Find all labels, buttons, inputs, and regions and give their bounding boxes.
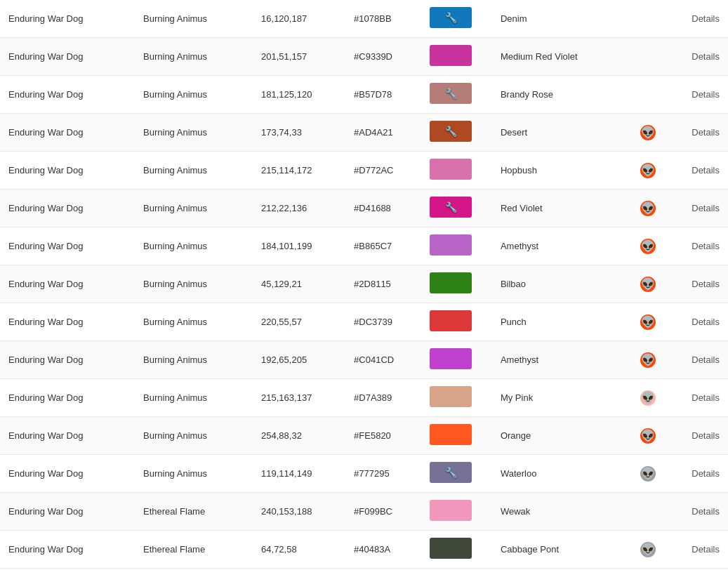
reddit-icon-cell: 👽: [627, 417, 669, 455]
skin-name: Burning Animus: [135, 114, 253, 152]
details-link[interactable]: Details: [691, 317, 720, 327]
wrench-icon: 🔧: [445, 88, 457, 99]
hex-value: #F099BC: [345, 493, 421, 531]
table-row: Enduring War DogBurning Animus16,120,187…: [0, 0, 728, 38]
details-cell: Details: [669, 38, 728, 76]
color-swatch-cell: [421, 152, 492, 190]
reddit-icon[interactable]: 👽: [640, 542, 656, 557]
details-link[interactable]: Details: [691, 241, 720, 251]
details-link[interactable]: Details: [691, 544, 720, 555]
color-name: Amethyst: [492, 341, 627, 379]
color-name: Wewak: [492, 493, 627, 531]
game-name: Enduring War Dog: [0, 227, 135, 265]
table-row: Enduring War DogBurning Animus220,55,57#…: [0, 303, 728, 341]
skin-name: Burning Animus: [135, 190, 253, 227]
wrench-icon: 🔧: [445, 126, 457, 137]
skin-name: Burning Animus: [135, 455, 253, 493]
table-row: Enduring War DogBurning Animus119,114,14…: [0, 455, 728, 493]
skin-name: Burning Animus: [135, 227, 253, 265]
game-name: Enduring War Dog: [0, 38, 135, 76]
reddit-icon[interactable]: 👽: [640, 125, 656, 140]
hex-value: #AD4A21: [345, 114, 421, 152]
skin-name: Burning Animus: [135, 341, 253, 379]
color-swatch-cell: 🔧: [421, 76, 492, 114]
reddit-icon[interactable]: 👽: [640, 466, 656, 482]
details-cell: Details: [669, 265, 728, 303]
hex-value: #FE5820: [345, 417, 421, 455]
reddit-icon[interactable]: 👽: [640, 390, 656, 406]
details-cell: Details: [669, 341, 728, 379]
reddit-icon-cell: [627, 38, 669, 76]
color-name: Red Violet: [492, 190, 627, 227]
table-row: Enduring War DogBurning Animus192,65,205…: [0, 341, 728, 379]
reddit-icon[interactable]: 👽: [640, 163, 656, 178]
hex-value: #40483A: [345, 531, 421, 569]
table-row: Enduring War DogBurning Animus173,74,33#…: [0, 114, 728, 152]
color-swatch: [430, 386, 472, 407]
details-link[interactable]: Details: [691, 127, 720, 138]
color-swatch-cell: [421, 379, 492, 417]
details-link[interactable]: Details: [691, 468, 720, 479]
details-cell: Details: [669, 303, 728, 341]
details-cell: Details: [669, 190, 728, 227]
color-swatch: [430, 538, 472, 559]
wrench-icon: 🔧: [445, 12, 457, 23]
color-swatch: [430, 424, 472, 445]
details-cell: Details: [669, 152, 728, 190]
skin-name: Burning Animus: [135, 417, 253, 455]
details-link[interactable]: Details: [691, 354, 720, 365]
reddit-icon-cell: 👽: [627, 531, 669, 569]
reddit-icon-cell: 👽: [627, 341, 669, 379]
color-swatch-cell: [421, 531, 492, 569]
game-name: Enduring War Dog: [0, 190, 135, 227]
color-name: Desert: [492, 114, 627, 152]
color-swatch: 🔧: [430, 121, 472, 142]
hex-value: #D7A389: [345, 379, 421, 417]
hex-value: #1078BB: [345, 0, 421, 38]
skin-name: Burning Animus: [135, 38, 253, 76]
details-link[interactable]: Details: [691, 89, 720, 100]
reddit-icon[interactable]: 👽: [640, 201, 656, 216]
hex-value: #C041CD: [345, 341, 421, 379]
skin-name: Ethereal Flame: [135, 531, 253, 569]
details-cell: Details: [669, 76, 728, 114]
reddit-icon[interactable]: 👽: [640, 428, 656, 444]
color-swatch-cell: [421, 303, 492, 341]
details-link[interactable]: Details: [691, 279, 720, 289]
rgb-value: 184,101,199: [253, 227, 345, 265]
color-swatch-cell: [421, 493, 492, 531]
table-row: Enduring War DogBurning Animus215,114,17…: [0, 152, 728, 190]
reddit-icon[interactable]: 👽: [640, 314, 656, 330]
details-link[interactable]: Details: [691, 506, 720, 517]
game-name: Enduring War Dog: [0, 76, 135, 114]
rgb-value: 254,88,32: [253, 417, 345, 455]
details-link[interactable]: Details: [691, 51, 720, 62]
reddit-icon[interactable]: 👽: [640, 239, 656, 254]
details-link[interactable]: Details: [691, 165, 720, 175]
hex-value: #D772AC: [345, 152, 421, 190]
color-name: Bilbao: [492, 265, 627, 303]
color-name: Medium Red Violet: [492, 38, 627, 76]
table-row: Enduring War DogEthereal Flame64,72,58#4…: [0, 531, 728, 569]
details-link[interactable]: Details: [691, 203, 720, 213]
skin-name: Burning Animus: [135, 76, 253, 114]
skin-name: Burning Animus: [135, 0, 253, 38]
table-row: Enduring War DogBurning Animus254,88,32#…: [0, 417, 728, 455]
color-swatch: [430, 45, 472, 66]
color-swatch: 🔧: [430, 462, 472, 483]
game-name: Enduring War Dog: [0, 152, 135, 190]
rgb-value: 215,114,172: [253, 152, 345, 190]
details-link[interactable]: Details: [691, 430, 720, 441]
skin-name: Ethereal Flame: [135, 493, 253, 531]
details-link[interactable]: Details: [691, 392, 720, 403]
details-link[interactable]: Details: [691, 13, 720, 24]
color-name: Orange: [492, 417, 627, 455]
details-cell: Details: [669, 227, 728, 265]
reddit-icon-cell: 👽: [627, 379, 669, 417]
rgb-value: 201,51,157: [253, 38, 345, 76]
reddit-icon[interactable]: 👽: [640, 352, 656, 368]
reddit-icon[interactable]: 👽: [640, 277, 656, 292]
rgb-value: 119,114,149: [253, 455, 345, 493]
color-name: Hopbush: [492, 152, 627, 190]
hex-value: #DC3739: [345, 303, 421, 341]
